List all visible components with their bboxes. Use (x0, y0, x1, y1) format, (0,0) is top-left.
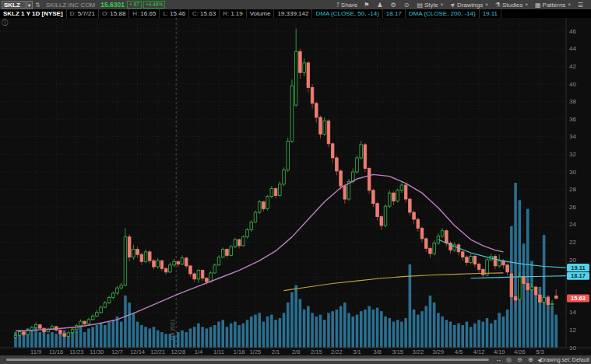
svg-text:32: 32 (569, 151, 576, 158)
user-icon: ♟ (377, 2, 382, 9)
close-field: C:15.63 (189, 9, 220, 18)
chevron-down-icon: ▼ (440, 2, 444, 7)
style-icon: ▤ (417, 2, 423, 9)
svg-text:12/21: 12/21 (150, 348, 165, 355)
svg-text:15.63: 15.63 (571, 295, 586, 302)
svg-text:3/15: 3/15 (392, 348, 403, 355)
zoom-in-icon[interactable]: ⊕ (528, 355, 533, 364)
range-field: R:1.19 (220, 9, 247, 18)
svg-text:4/26: 4/26 (514, 348, 526, 355)
style-menu[interactable]: ▤ Style▼ (417, 2, 444, 9)
alerts-button[interactable]: ⊙ (404, 2, 411, 9)
patterns-menu[interactable]: ▦ Patterns▼ (535, 2, 572, 9)
svg-text:46: 46 (569, 28, 576, 35)
dma50-study-label[interactable]: DMA (CLOSE, 50, -14) (312, 9, 382, 18)
drawings-menu[interactable]: ➤ Drawings▼ (450, 2, 489, 9)
svg-text:4/5: 4/5 (455, 348, 463, 355)
studies-menu[interactable]: ⚗ Studies▼ (495, 2, 529, 9)
svg-text:11/30: 11/30 (90, 348, 104, 355)
svg-text:12: 12 (569, 327, 576, 334)
change-badge: +.67 (127, 1, 142, 9)
chevron-down-icon: ▼ (567, 2, 571, 7)
svg-text:3/8: 3/8 (373, 348, 381, 355)
trading-platform-window: Jan 202146444240383634323028262422201412… (0, 0, 591, 364)
svg-text:3/22: 3/22 (412, 348, 424, 355)
date-field: D:5/7/21 (67, 9, 99, 18)
time-scrollbar[interactable] (6, 359, 489, 361)
svg-text:24: 24 (569, 221, 576, 228)
chart-title: SKLZ 1 Y 1D [NYSE] (0, 9, 67, 18)
svg-text:1/4: 1/4 (195, 348, 202, 355)
dma200-study-value: 19.11 (480, 9, 501, 18)
svg-text:10: 10 (569, 345, 576, 352)
zoom-out-icon[interactable]: ⊖ (517, 355, 522, 364)
svg-text:2/8: 2/8 (292, 348, 300, 355)
flask-icon: ⚗ (495, 2, 501, 9)
low-field: L:15.46 (160, 9, 189, 18)
open-field: O:15.88 (99, 9, 129, 18)
svg-text:11/23: 11/23 (69, 348, 83, 355)
svg-text:34: 34 (569, 133, 576, 140)
volume-label: Volume (247, 9, 275, 18)
high-field: H:16.65 (129, 9, 160, 18)
info-icon[interactable]: ⓘ (2, 19, 8, 27)
svg-text:19.11: 19.11 (571, 264, 585, 271)
svg-text:11/9: 11/9 (30, 348, 41, 355)
svg-text:12/7: 12/7 (111, 348, 123, 355)
chevron-down-icon: ▼ (484, 2, 488, 7)
svg-text:11/16: 11/16 (49, 348, 63, 355)
svg-text:28: 28 (569, 186, 576, 193)
alerts-icon: ⊙ (404, 2, 410, 9)
symbol-input[interactable]: SKLZ ▾ (2, 1, 33, 9)
svg-text:2/22: 2/22 (331, 348, 343, 355)
user-button[interactable]: ♟ (377, 2, 384, 9)
bottom-toolbar: ↔ ◎ ⊖ ⊕ ➤ Drawing set: Default ▼ (0, 355, 591, 364)
share-button[interactable]: ⤴ Share (336, 2, 357, 9)
chevron-down-icon: ▼ (525, 2, 529, 7)
dma50-study-value: 18.17 (383, 9, 406, 18)
company-name: SKILLZ INC COM (46, 2, 96, 9)
pan-icon[interactable]: ↔ (495, 355, 501, 364)
link-icon[interactable]: ⇅ (35, 2, 40, 9)
svg-text:18.17: 18.17 (571, 272, 586, 279)
flag-icon: ⚑ (364, 2, 369, 9)
svg-text:38: 38 (569, 98, 576, 105)
gear-icon: ⚙ (391, 2, 396, 9)
svg-text:1/11: 1/11 (213, 348, 224, 355)
svg-text:26: 26 (569, 204, 576, 211)
drawing-set-selector[interactable]: Drawing set: Default ▼ (540, 355, 591, 364)
change-pct-badge: +4.48% (143, 1, 165, 9)
menu-button[interactable]: ☰ (578, 2, 585, 9)
svg-text:1/25: 1/25 (250, 348, 262, 355)
svg-text:12/14: 12/14 (130, 348, 145, 355)
share-icon: ⤴ (336, 2, 339, 9)
volume-value: 19,339,142 (274, 9, 312, 18)
settings-button[interactable]: ⚙ (391, 2, 398, 9)
svg-text:2/15: 2/15 (311, 348, 322, 355)
svg-text:3/29: 3/29 (433, 348, 445, 355)
svg-text:4/12: 4/12 (473, 348, 485, 355)
svg-text:1/18: 1/18 (234, 348, 245, 355)
patterns-icon: ▦ (535, 2, 541, 9)
svg-text:22: 22 (569, 239, 576, 246)
price-chart-canvas[interactable]: Jan 202146444240383634323028262422201412… (0, 0, 591, 364)
symbol-value[interactable]: SKLZ (4, 2, 26, 9)
svg-text:36: 36 (569, 116, 576, 123)
symbol-dropdown-icon[interactable]: ▾ (26, 2, 30, 8)
crosshair-icon[interactable]: ◎ (506, 355, 512, 364)
svg-text:30: 30 (569, 169, 576, 176)
svg-text:40: 40 (569, 81, 576, 88)
last-price: 15.6301 (100, 1, 125, 9)
svg-text:2/1: 2/1 (272, 348, 280, 355)
flag-button[interactable]: ⚑ (364, 2, 371, 9)
dma200-study-label[interactable]: DMA (CLOSE, 200, -14) (406, 9, 480, 18)
chart-info-bar: SKLZ 1 Y 1D [NYSE] D:5/7/21 O:15.88 H:16… (0, 9, 591, 18)
svg-text:5/3: 5/3 (536, 348, 544, 355)
hamburger-icon: ☰ (578, 2, 583, 9)
svg-text:3/1: 3/1 (353, 348, 361, 355)
svg-text:42: 42 (569, 63, 576, 70)
svg-text:12/28: 12/28 (171, 348, 185, 355)
svg-text:4/19: 4/19 (494, 348, 505, 355)
svg-text:20: 20 (569, 257, 576, 264)
cursor-icon: ➤ (449, 0, 457, 9)
